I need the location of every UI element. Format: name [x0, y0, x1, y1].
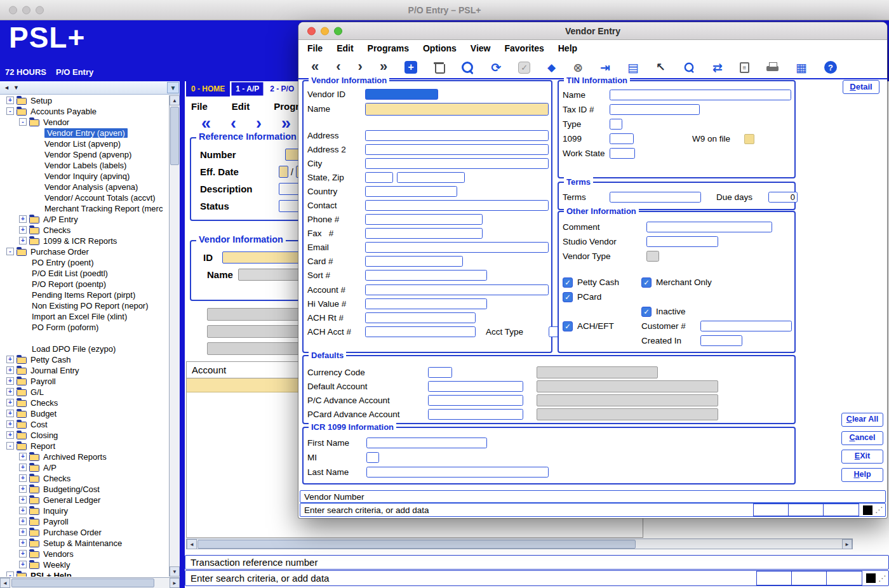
pc-advance-account-input[interactable]: [428, 395, 523, 406]
expand-icon[interactable]: +: [6, 399, 14, 406]
scroll-left-icon[interactable]: [0, 578, 10, 588]
tree-item-1099-icr-reports[interactable]: +1099 & ICR Reports: [1, 236, 168, 246]
po-search-row[interactable]: Enter search criteria, or add data: [185, 570, 889, 586]
delete-icon[interactable]: [434, 62, 444, 73]
erase-icon[interactable]: ◆: [547, 61, 556, 74]
close-button[interactable]: [9, 6, 17, 14]
studio-vendor-input[interactable]: [646, 236, 718, 247]
exit-button[interactable]: EXit: [841, 450, 883, 464]
card-input[interactable]: [365, 256, 463, 267]
expand-icon[interactable]: +: [6, 366, 14, 374]
nav-next-icon[interactable]: ›: [256, 115, 262, 132]
pcard-checkbox[interactable]: [563, 292, 573, 302]
nav-first-icon[interactable]: «: [201, 115, 211, 132]
expand-icon[interactable]: +: [19, 561, 27, 568]
tree-item-vendors[interactable]: +Vendors: [1, 549, 168, 559]
terms-input[interactable]: [610, 192, 701, 203]
tree-item-a-p-entry[interactable]: +A/P Entry: [1, 214, 168, 225]
merchant-only-checkbox[interactable]: [641, 277, 652, 288]
sidebar-vertical-scrollbar[interactable]: [169, 95, 180, 577]
ach-rt-input[interactable]: [365, 312, 476, 323]
mi-input[interactable]: [366, 452, 379, 463]
card-icon[interactable]: ▤: [627, 60, 639, 75]
tab-2-p-o[interactable]: 2 - P/O: [265, 81, 300, 97]
expand-icon[interactable]: +: [6, 431, 14, 439]
tree-item-weekly[interactable]: +Weekly: [1, 559, 168, 570]
scroll-right-icon[interactable]: [170, 578, 180, 588]
tree-item-psl-help[interactable]: -PSL+ Help: [1, 570, 168, 577]
add-icon[interactable]: +: [404, 61, 417, 74]
tree-item-petty-cash[interactable]: +Petty Cash: [1, 354, 168, 365]
tree-item-vendor-account-totals-accvt[interactable]: Vendor/ Account Totals (accvt): [1, 192, 168, 203]
expand-icon[interactable]: +: [19, 507, 27, 514]
grid-icon[interactable]: ▦: [796, 60, 807, 75]
menu-favorites[interactable]: Favorites: [504, 43, 544, 53]
tree-item-po-form-poform[interactable]: PO Form (poform): [1, 322, 168, 333]
expand-icon[interactable]: +: [19, 474, 27, 482]
transfer-icon[interactable]: ⇄: [712, 60, 723, 75]
tree-item-vendor-list-apvenp[interactable]: Vendor List (apvenp): [1, 138, 168, 149]
expand-icon[interactable]: +: [6, 97, 14, 104]
minimize-button[interactable]: [22, 6, 30, 14]
first-name-input[interactable]: [366, 438, 487, 448]
po-reference-row[interactable]: Transaction reference number: [185, 555, 889, 570]
expand-icon[interactable]: +: [19, 518, 27, 525]
tree-item-load-dpo-file-ezypo[interactable]: Load DPO File (ezypo): [1, 344, 168, 354]
tax-id-input[interactable]: [610, 104, 700, 115]
scroll-right-icon[interactable]: [842, 539, 852, 549]
pointer-icon[interactable]: ↖: [656, 60, 665, 74]
contact-input[interactable]: [365, 200, 549, 211]
menu-view[interactable]: View: [471, 43, 491, 53]
default-account-input[interactable]: [428, 381, 523, 392]
vendor-titlebar[interactable]: Vendor Entry: [298, 22, 887, 40]
tree-item-vendor-labels-labels[interactable]: Vendor Labels (labels): [1, 160, 168, 171]
vendor-id-input[interactable]: [365, 89, 438, 100]
nav-first-icon[interactable]: «: [311, 60, 319, 74]
sidebar-dropdown-button[interactable]: [167, 82, 179, 93]
ach-eft-checkbox[interactable]: [563, 321, 573, 331]
scrollbar-thumb[interactable]: [197, 540, 636, 549]
sort-input[interactable]: [365, 270, 487, 281]
1099-input[interactable]: [610, 133, 634, 144]
tree-item-p-o-report-poentp[interactable]: P/O Report (poentp): [1, 279, 168, 290]
country-input[interactable]: [365, 186, 457, 197]
zoom-button[interactable]: [334, 27, 342, 35]
help-icon[interactable]: ?: [824, 61, 837, 74]
tab-1-a-p[interactable]: 1 - A/P: [231, 81, 265, 97]
comment-input[interactable]: [646, 222, 772, 232]
expand-icon[interactable]: +: [19, 550, 27, 558]
type-input[interactable]: [610, 119, 622, 130]
po-menu-edit[interactable]: Edit: [232, 101, 250, 112]
address-input[interactable]: [365, 130, 549, 141]
tree-item-non-existing-po-report-nepor[interactable]: Non Existing PO Report (nepor): [1, 300, 168, 311]
tree-item-vendor-entry-apven[interactable]: Vendor Entry (apven): [1, 128, 168, 138]
inactive-checkbox[interactable]: [641, 307, 652, 317]
clear-all-button[interactable]: Clear All: [841, 413, 883, 427]
tree-item-a-p[interactable]: +A/P: [1, 462, 168, 473]
expand-icon[interactable]: +: [19, 237, 27, 244]
tree-item-checks[interactable]: +Checks: [1, 473, 168, 484]
cancel-button[interactable]: Cancel: [841, 431, 883, 445]
menu-edit[interactable]: Edit: [337, 43, 353, 53]
currency-code-input[interactable]: [428, 367, 452, 378]
scrollbar-thumb[interactable]: [11, 578, 154, 587]
name-input[interactable]: [365, 103, 549, 116]
accept-icon[interactable]: ✓: [518, 62, 530, 74]
tree-item-payroll[interactable]: +Payroll: [1, 516, 168, 527]
expand-icon[interactable]: +: [19, 485, 27, 493]
expand-icon[interactable]: +: [19, 464, 27, 471]
scrollbar-thumb[interactable]: [170, 107, 179, 165]
collapse-icon[interactable]: -: [19, 118, 27, 126]
expand-icon[interactable]: +: [6, 388, 14, 396]
tree-item-po-entry-poent[interactable]: PO Entry (poent): [1, 257, 168, 268]
tab-0-home[interactable]: 0 - HOME: [186, 81, 231, 97]
tree-item-report[interactable]: -Report: [1, 441, 168, 451]
po-horizontal-scrollbar[interactable]: [186, 538, 853, 549]
collapse-icon[interactable]: -: [6, 442, 14, 450]
nav-last-icon[interactable]: »: [281, 115, 291, 132]
tree-item-accounts-payable[interactable]: -Accounts Payable: [1, 106, 168, 117]
expand-icon[interactable]: +: [6, 410, 14, 417]
tree-item-g-l[interactable]: +G/L: [1, 387, 168, 398]
zip-input[interactable]: [397, 172, 465, 183]
customer-input[interactable]: [700, 321, 792, 331]
